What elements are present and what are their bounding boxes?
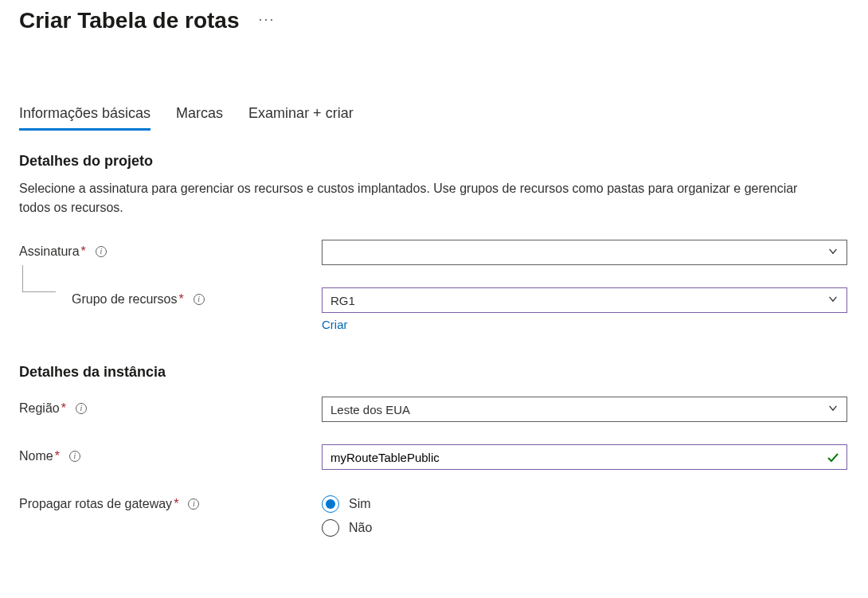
instance-details-heading: Detalhes da instância — [19, 364, 849, 381]
required-indicator: * — [81, 244, 86, 259]
page-title: Criar Tabela de rotas — [19, 8, 239, 33]
info-icon[interactable]: i — [69, 451, 80, 462]
propagate-no-radio[interactable]: Não — [322, 519, 847, 537]
project-details-description: Selecione a assinatura para gerenciar os… — [19, 179, 831, 217]
resource-group-value: RG1 — [330, 294, 355, 307]
subscription-select[interactable] — [322, 240, 847, 265]
resource-group-label: Grupo de recursos — [72, 292, 178, 307]
propagate-yes-radio[interactable]: Sim — [322, 495, 847, 513]
propagate-radio-group: Sim Não — [322, 492, 847, 537]
chevron-down-icon — [827, 246, 839, 260]
tab-review-create[interactable]: Examinar + criar — [248, 105, 354, 131]
region-select[interactable]: Leste dos EUA — [322, 397, 847, 422]
radio-icon — [322, 519, 339, 537]
create-new-link[interactable]: Criar — [322, 318, 348, 331]
info-icon[interactable]: i — [96, 246, 107, 257]
info-icon[interactable]: i — [76, 403, 87, 414]
chevron-down-icon — [827, 403, 839, 416]
tree-connector — [22, 265, 56, 292]
propagate-no-label: Não — [349, 521, 372, 535]
more-actions-button[interactable]: ··· — [258, 12, 275, 29]
region-label: Região — [19, 401, 60, 416]
tab-bar: Informações básicas Marcas Examinar + cr… — [19, 105, 849, 131]
resource-group-select[interactable]: RG1 — [322, 287, 847, 313]
propagate-yes-label: Sim — [349, 497, 371, 511]
required-indicator: * — [55, 449, 60, 463]
tab-basics[interactable]: Informações básicas — [19, 105, 151, 131]
info-icon[interactable]: i — [194, 294, 205, 305]
required-indicator: * — [174, 497, 178, 511]
instance-details-section: Detalhes da instância Região * i Leste d… — [19, 364, 849, 537]
required-indicator: * — [61, 401, 66, 416]
propagate-label: Propagar rotas de gateway — [19, 497, 172, 511]
chevron-down-icon — [827, 294, 839, 307]
info-icon[interactable]: i — [188, 498, 199, 510]
region-value: Leste dos EUA — [330, 403, 410, 416]
name-input[interactable] — [322, 444, 847, 470]
tab-tags[interactable]: Marcas — [176, 105, 223, 131]
required-indicator: * — [179, 292, 184, 307]
project-details-section: Detalhes do projeto Selecione a assinatu… — [19, 153, 849, 332]
project-details-heading: Detalhes do projeto — [19, 153, 849, 170]
subscription-label: Assinatura — [19, 244, 80, 259]
name-label: Nome — [19, 449, 53, 463]
radio-icon — [322, 495, 339, 513]
